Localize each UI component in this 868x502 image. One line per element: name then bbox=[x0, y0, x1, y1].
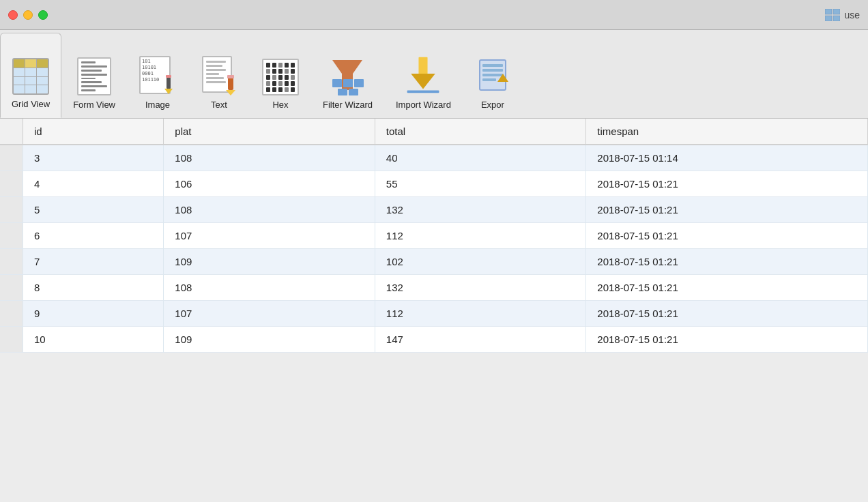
toolbar-item-image[interactable]: 101101010001101110 Image bbox=[127, 33, 188, 118]
svg-rect-3 bbox=[833, 16, 840, 21]
cell-plat: 109 bbox=[164, 249, 375, 275]
data-section: id plat total timespan 3 108 40 2018-07-… bbox=[0, 119, 868, 353]
cell-plat: 107 bbox=[164, 223, 375, 249]
cell-total: 102 bbox=[375, 249, 585, 275]
svg-rect-12 bbox=[343, 79, 353, 87]
toolbar-item-export[interactable]: Expor bbox=[463, 33, 523, 118]
grid-view-label: Grid View bbox=[12, 99, 50, 109]
data-table: id plat total timespan 3 108 40 2018-07-… bbox=[0, 119, 868, 353]
row-handle bbox=[0, 249, 23, 275]
app-name: use bbox=[844, 10, 860, 20]
svg-rect-23 bbox=[482, 78, 496, 81]
table-row[interactable]: 8 108 132 2018-07-15 01:21 bbox=[0, 275, 868, 301]
svg-rect-14 bbox=[338, 89, 347, 95]
col-header-id[interactable]: id bbox=[23, 119, 164, 145]
close-button[interactable] bbox=[8, 10, 18, 20]
row-handle bbox=[0, 223, 23, 249]
table-row[interactable]: 6 107 112 2018-07-15 01:21 bbox=[0, 223, 868, 249]
cell-id: 10 bbox=[23, 327, 164, 353]
form-view-label: Form View bbox=[73, 100, 115, 110]
form-view-icon bbox=[77, 57, 111, 95]
filter-wizard-label: Filter Wizard bbox=[323, 100, 373, 110]
export-label: Expor bbox=[481, 100, 504, 110]
maximize-button[interactable] bbox=[38, 10, 48, 20]
row-handle bbox=[0, 301, 23, 327]
cell-plat: 108 bbox=[164, 275, 375, 301]
row-handle bbox=[0, 145, 23, 171]
svg-rect-15 bbox=[349, 89, 358, 95]
hex-label: Hex bbox=[272, 100, 288, 110]
import-wizard-label: Import Wizard bbox=[396, 100, 451, 110]
table-row[interactable]: 5 108 132 2018-07-15 01:21 bbox=[0, 197, 868, 223]
table-row[interactable]: 4 106 55 2018-07-15 01:21 bbox=[0, 171, 868, 197]
cell-id: 8 bbox=[23, 275, 164, 301]
cell-id: 6 bbox=[23, 223, 164, 249]
svg-rect-11 bbox=[332, 79, 342, 87]
filter-wizard-icon bbox=[326, 55, 369, 95]
svg-marker-5 bbox=[164, 89, 173, 94]
table-row[interactable]: 3 108 40 2018-07-15 01:14 bbox=[0, 145, 868, 171]
cell-id: 4 bbox=[23, 171, 164, 197]
row-handle-header bbox=[0, 119, 23, 145]
table-row[interactable]: 10 109 147 2018-07-15 01:21 bbox=[0, 327, 868, 353]
svg-rect-9 bbox=[227, 75, 234, 78]
svg-marker-17 bbox=[411, 74, 436, 89]
toolbar-item-text[interactable]: Text bbox=[188, 33, 250, 118]
cell-id: 3 bbox=[23, 145, 164, 171]
row-handle bbox=[0, 327, 23, 353]
col-header-timespan[interactable]: timespan bbox=[586, 119, 868, 145]
svg-rect-13 bbox=[354, 79, 364, 87]
cell-plat: 108 bbox=[164, 197, 375, 223]
table-row[interactable]: 7 109 102 2018-07-15 01:21 bbox=[0, 249, 868, 275]
svg-rect-0 bbox=[825, 9, 832, 14]
cell-total: 132 bbox=[375, 275, 585, 301]
cell-timespan: 2018-07-15 01:21 bbox=[586, 275, 868, 301]
svg-marker-8 bbox=[226, 90, 235, 95]
col-header-total[interactable]: total bbox=[375, 119, 585, 145]
cell-timespan: 2018-07-15 01:21 bbox=[586, 223, 868, 249]
svg-rect-22 bbox=[482, 74, 503, 76]
image-label: Image bbox=[145, 100, 170, 110]
row-handle bbox=[0, 197, 23, 223]
svg-rect-21 bbox=[482, 69, 503, 72]
cell-plat: 107 bbox=[164, 301, 375, 327]
toolbar-item-filter-wizard[interactable]: Filter Wizard bbox=[311, 33, 384, 118]
text-label: Text bbox=[211, 100, 227, 110]
cell-plat: 108 bbox=[164, 145, 375, 171]
toolbar-item-grid-view[interactable]: Grid View bbox=[0, 33, 61, 118]
cell-timespan: 2018-07-15 01:14 bbox=[586, 145, 868, 171]
table-row[interactable]: 9 107 112 2018-07-15 01:21 bbox=[0, 301, 868, 327]
svg-rect-18 bbox=[407, 90, 439, 93]
grid-view-icon bbox=[12, 58, 49, 95]
export-icon bbox=[474, 55, 511, 95]
titlebar-grid-icon bbox=[825, 9, 840, 21]
svg-rect-2 bbox=[825, 16, 832, 21]
image-icon: 101101010001101110 bbox=[139, 56, 176, 95]
toolbar-item-hex[interactable]: Hex bbox=[250, 33, 311, 118]
cell-total: 132 bbox=[375, 197, 585, 223]
cell-total: 112 bbox=[375, 301, 585, 327]
text-icon bbox=[201, 56, 237, 95]
svg-rect-6 bbox=[166, 75, 171, 78]
toolbar-item-import-wizard[interactable]: Import Wizard bbox=[384, 33, 463, 118]
titlebar: use bbox=[0, 0, 868, 30]
cell-timespan: 2018-07-15 01:21 bbox=[586, 301, 868, 327]
hex-icon bbox=[262, 59, 299, 95]
cell-id: 5 bbox=[23, 197, 164, 223]
svg-rect-16 bbox=[419, 57, 428, 75]
toolbar-item-form-view[interactable]: Form View bbox=[61, 33, 127, 118]
import-wizard-icon bbox=[401, 55, 445, 95]
minimize-button[interactable] bbox=[23, 10, 33, 20]
cell-total: 55 bbox=[375, 171, 585, 197]
cell-total: 40 bbox=[375, 145, 585, 171]
cell-id: 9 bbox=[23, 301, 164, 327]
svg-rect-1 bbox=[833, 9, 840, 14]
cell-timespan: 2018-07-15 01:21 bbox=[586, 171, 868, 197]
row-handle bbox=[0, 275, 23, 301]
cell-plat: 109 bbox=[164, 327, 375, 353]
col-header-plat[interactable]: plat bbox=[164, 119, 375, 145]
cell-total: 147 bbox=[375, 327, 585, 353]
toolbar: Grid View Form View 101101010001101110 bbox=[0, 30, 868, 119]
cell-id: 7 bbox=[23, 249, 164, 275]
cell-timespan: 2018-07-15 01:21 bbox=[586, 197, 868, 223]
